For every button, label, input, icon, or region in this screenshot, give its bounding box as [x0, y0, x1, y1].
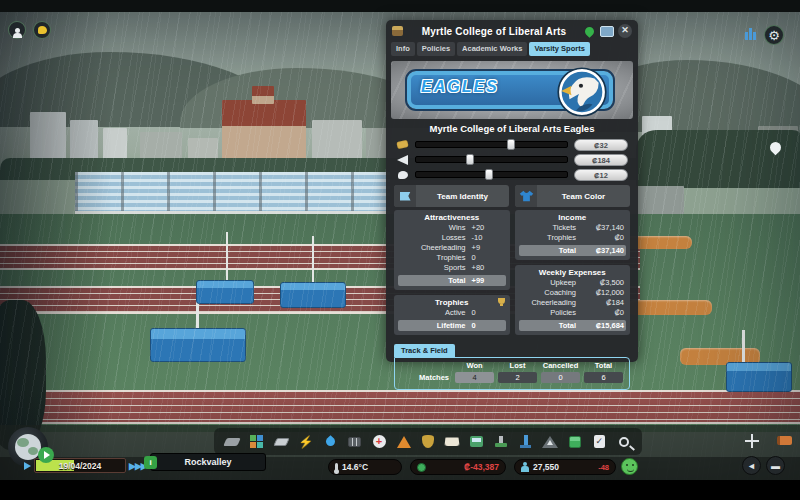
- unique-buildings-icon[interactable]: [516, 431, 536, 452]
- healthcare-icon[interactable]: +: [369, 431, 389, 452]
- stat-row: Tickets₡37,140: [519, 223, 627, 233]
- stat-row: Losses-10: [398, 233, 506, 243]
- flag-icon: [394, 185, 416, 207]
- slider-handle[interactable]: [466, 154, 474, 165]
- education-icon[interactable]: [442, 431, 462, 452]
- settings-button[interactable]: ⚙: [764, 25, 784, 45]
- landing-mat: [726, 362, 792, 392]
- water-icon[interactable]: [320, 431, 340, 452]
- matches-cancelled: 0: [541, 372, 580, 383]
- stat-row: Cheerleading₡184: [519, 298, 627, 308]
- panel-title: Myrtle College of Liberal Arts: [407, 26, 581, 37]
- main-toolbar: ⚡ + ✓: [214, 428, 642, 455]
- sport-section: Track & Field Won Lost Cancelled Total M…: [394, 339, 630, 390]
- stat-row: Active0: [398, 308, 506, 318]
- info-views-button[interactable]: [8, 21, 26, 39]
- city-info-icon: i: [144, 456, 157, 469]
- garbage-icon[interactable]: [345, 431, 365, 452]
- happiness-icon[interactable]: [621, 458, 638, 475]
- money-icon: [417, 463, 426, 472]
- chirper-button[interactable]: [33, 21, 51, 39]
- search-icon[interactable]: [614, 431, 634, 452]
- locate-pin-icon[interactable]: [583, 25, 596, 38]
- coaching-value[interactable]: ₡12: [574, 169, 628, 181]
- money-value: ₡-43,387: [464, 462, 499, 472]
- tab-academic-works[interactable]: Academic Works: [457, 42, 527, 56]
- tab-varsity-sports[interactable]: Varsity Sports: [529, 42, 589, 56]
- city-name: Rockvalley: [184, 457, 231, 467]
- population-icon: [521, 462, 529, 472]
- temperature-pill[interactable]: 14.6°C: [328, 459, 402, 475]
- tab-info[interactable]: Info: [391, 42, 415, 56]
- economy-icon[interactable]: [565, 431, 585, 452]
- stat-row: Coaching₡12,000: [519, 288, 627, 298]
- fire-department-icon[interactable]: [394, 431, 414, 452]
- money-pill[interactable]: ₡-43,387: [410, 459, 506, 475]
- population-pill[interactable]: 27,550 -48: [514, 459, 616, 475]
- parks-icon[interactable]: [491, 431, 511, 452]
- districts-icon[interactable]: [271, 431, 291, 452]
- transport-icon[interactable]: [467, 431, 487, 452]
- team-buttons: Team Identity Team Color: [394, 185, 630, 207]
- coaching-slider[interactable]: [415, 171, 568, 178]
- play-icon[interactable]: [24, 462, 31, 470]
- right-tools: [742, 430, 794, 451]
- electricity-icon[interactable]: ⚡: [296, 431, 316, 452]
- cheerleading-slider[interactable]: [415, 156, 568, 163]
- team-color-button[interactable]: Team Color: [515, 185, 630, 207]
- ticket-price-value[interactable]: ₡32: [574, 139, 628, 151]
- stat-row: Trophies₡0: [519, 233, 627, 243]
- roads-icon[interactable]: [222, 431, 242, 452]
- police-icon[interactable]: [418, 431, 438, 452]
- vault-pole: [226, 232, 228, 282]
- ticket-price-slider[interactable]: [415, 141, 568, 148]
- gear-icon: ⚙: [768, 29, 780, 42]
- slider-handle[interactable]: [507, 139, 515, 150]
- running-track-foreground: [0, 390, 800, 424]
- play-pause-button[interactable]: [38, 447, 54, 463]
- tab-track-and-field[interactable]: Track & Field: [394, 344, 455, 357]
- trophies-panel: Trophies Active0 Lifetime0: [394, 295, 510, 335]
- landmark-building: [222, 100, 306, 162]
- matches-total: 6: [584, 372, 623, 383]
- panel-tabs: Info Policies Academic Works Varsity Spo…: [386, 40, 638, 59]
- landing-mat: [196, 280, 254, 304]
- slider-handle[interactable]: [485, 169, 493, 180]
- landmark-notification-icon[interactable]: [745, 28, 760, 40]
- landing-mat: [280, 282, 346, 308]
- game-screen: ⚙ Myrtle College of Liberal Arts ✕ Info …: [0, 0, 800, 500]
- cheerleading-icon: [396, 155, 409, 165]
- population-value: 27,550: [533, 462, 559, 472]
- free-camera-button[interactable]: ◄: [742, 456, 761, 475]
- trees: [636, 130, 800, 188]
- move-tool-icon[interactable]: [742, 430, 762, 451]
- matches-header-row: Won Lost Cancelled Total: [401, 361, 623, 370]
- attractiveness-total: Total+99: [398, 275, 506, 286]
- stats-grid: Attractiveness Wins+20 Losses-10 Cheerle…: [394, 210, 630, 335]
- chirper-bird-icon: [38, 26, 47, 34]
- building: [312, 120, 362, 162]
- stat-row: Wins+20: [398, 223, 506, 233]
- cheerleading-row: ₡184: [396, 152, 628, 167]
- close-button[interactable]: ✕: [618, 24, 632, 38]
- bulldozer-icon[interactable]: [774, 430, 794, 451]
- tab-policies[interactable]: Policies: [417, 42, 455, 56]
- top-letterbox: [0, 0, 800, 12]
- bottom-letterbox: [0, 480, 800, 500]
- landmark-tower: [252, 86, 274, 104]
- building: [30, 112, 66, 164]
- cheerleading-value[interactable]: ₡184: [574, 154, 628, 166]
- income-panel: Income Tickets₡37,140 Trophies₡0 Total₡3…: [515, 210, 631, 260]
- matches-won: 4: [455, 372, 494, 383]
- matches-table: Won Lost Cancelled Total Matches 4 2 0 6: [394, 357, 630, 390]
- policies-icon[interactable]: ✓: [589, 431, 609, 452]
- team-identity-button[interactable]: Team Identity: [394, 185, 509, 207]
- campus-panel: Myrtle College of Liberal Arts ✕ Info Po…: [386, 20, 638, 362]
- hide-ui-button[interactable]: ▬: [766, 456, 785, 475]
- camera-route-icon[interactable]: [600, 26, 614, 37]
- income-total: Total₡37,140: [519, 245, 627, 256]
- city-name-plate[interactable]: i Rockvalley: [150, 453, 266, 471]
- terrain-icon[interactable]: [540, 431, 560, 452]
- zoning-icon[interactable]: [247, 431, 267, 452]
- sand-pit: [628, 300, 712, 315]
